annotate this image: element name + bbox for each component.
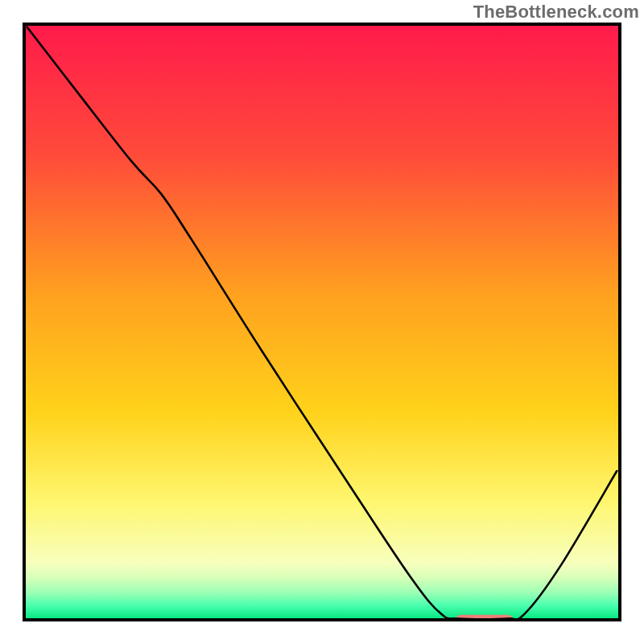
watermark-label: TheBottleneck.com bbox=[473, 2, 639, 23]
chart-stage: TheBottleneck.com bbox=[0, 0, 644, 644]
plot-area bbox=[24, 24, 620, 624]
gradient-background bbox=[24, 24, 620, 620]
bottleneck-chart bbox=[0, 0, 644, 644]
